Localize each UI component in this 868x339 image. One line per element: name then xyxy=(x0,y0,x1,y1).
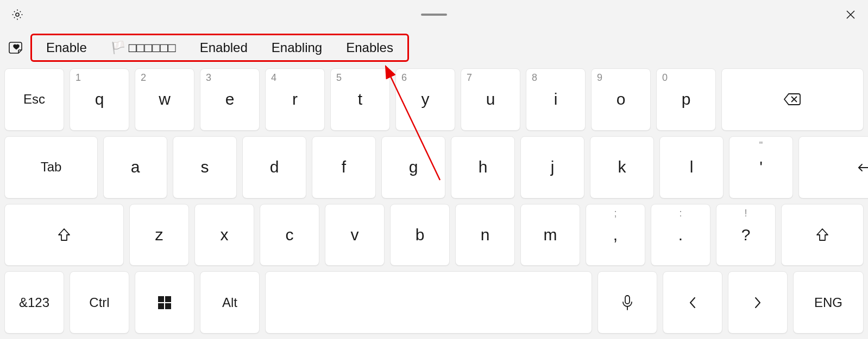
suggestions-highlight: Enable 🏳️ □□□□□□ Enabled Enabling Enable… xyxy=(30,34,409,62)
key-hint: 3 xyxy=(206,72,211,84)
key-hint: 4 xyxy=(271,72,276,84)
key-l[interactable]: l xyxy=(659,136,724,199)
key-label: k xyxy=(618,158,626,176)
key-left[interactable] xyxy=(663,271,722,334)
key-enter[interactable] xyxy=(798,136,868,199)
key-label: z xyxy=(155,226,163,244)
key-b[interactable]: b xyxy=(390,204,450,266)
key-backspace[interactable] xyxy=(721,68,864,131)
key-microphone[interactable] xyxy=(597,271,657,334)
key-p[interactable]: 0 p xyxy=(656,68,716,131)
key-numsym[interactable]: &123 xyxy=(4,271,64,334)
key-esc[interactable]: Esc xyxy=(4,68,64,131)
key-label: s xyxy=(201,158,209,176)
key-u[interactable]: 7 u xyxy=(461,68,520,131)
key-i[interactable]: 8 i xyxy=(526,68,586,131)
key-label: c xyxy=(286,226,294,244)
key-label: l xyxy=(690,158,694,176)
chevron-right-icon xyxy=(753,296,763,310)
key-e[interactable]: 3 e xyxy=(200,68,260,131)
key-v[interactable]: v xyxy=(325,204,385,266)
keyboard-row-2: Tab a s d f g h j k l " ' xyxy=(4,136,864,199)
titlebar xyxy=(0,0,868,29)
key-right[interactable] xyxy=(728,271,788,334)
svg-point-0 xyxy=(16,13,19,16)
key-label: Ctrl xyxy=(89,295,109,310)
suggestion-label: □□□□□□ xyxy=(129,40,176,55)
key-label: e xyxy=(225,90,235,108)
key-ctrl[interactable]: Ctrl xyxy=(70,271,129,334)
key-label: p xyxy=(682,90,691,108)
key-shift-left[interactable] xyxy=(4,204,124,266)
key-label: u xyxy=(486,90,495,108)
key-label: b xyxy=(416,226,425,244)
drag-handle[interactable] xyxy=(421,14,447,16)
key-period[interactable]: : . xyxy=(651,204,710,266)
key-h[interactable]: h xyxy=(451,136,515,199)
suggestion-label: Enables xyxy=(346,40,393,55)
keyboard-row-3: z x c v b n m ; , : . ! ? xyxy=(4,204,864,266)
key-comma[interactable]: ; , xyxy=(586,204,645,266)
key-hint: " xyxy=(759,140,763,151)
gear-icon xyxy=(11,8,24,21)
key-hint: 1 xyxy=(76,72,81,84)
shift-icon xyxy=(815,227,829,242)
key-tab[interactable]: Tab xyxy=(4,136,98,199)
key-hint: ; xyxy=(614,208,617,219)
key-q[interactable]: 1 q xyxy=(70,68,129,131)
emoji-sticker-button[interactable] xyxy=(5,37,27,59)
key-t[interactable]: 5 t xyxy=(330,68,390,131)
suggestion-item[interactable]: Enabling xyxy=(260,35,334,60)
key-windows[interactable] xyxy=(135,271,194,334)
key-apostrophe[interactable]: " ' xyxy=(729,136,793,199)
key-f[interactable]: f xyxy=(312,136,376,199)
key-label: r xyxy=(292,90,298,108)
keyboard-row-1: Esc 1 q 2 w 3 e 4 r 5 t 6 xyxy=(4,68,864,131)
key-label: a xyxy=(131,158,140,176)
shift-icon xyxy=(57,227,71,242)
key-space[interactable] xyxy=(265,271,592,334)
key-k[interactable]: k xyxy=(590,136,654,199)
key-label: m xyxy=(544,226,557,244)
key-hint: 2 xyxy=(141,72,146,84)
key-r[interactable]: 4 r xyxy=(265,68,325,131)
suggestion-label: Enabling xyxy=(272,40,322,55)
key-question[interactable]: ! ? xyxy=(716,204,776,266)
key-z[interactable]: z xyxy=(129,204,189,266)
suggestion-item[interactable]: Enables xyxy=(334,35,405,60)
settings-button[interactable] xyxy=(7,4,28,25)
enter-icon xyxy=(854,161,868,174)
key-label: n xyxy=(481,226,490,244)
key-o[interactable]: 9 o xyxy=(591,68,651,131)
key-label: v xyxy=(351,226,359,244)
key-s[interactable]: s xyxy=(173,136,237,199)
key-j[interactable]: j xyxy=(520,136,584,199)
key-label: &123 xyxy=(19,295,49,310)
key-language[interactable]: ENG xyxy=(793,271,864,334)
key-m[interactable]: m xyxy=(520,204,580,266)
close-button[interactable] xyxy=(840,4,861,25)
key-a[interactable]: a xyxy=(103,136,167,199)
suggestion-item[interactable]: 🏳️ □□□□□□ xyxy=(99,35,188,60)
key-label: x xyxy=(221,226,229,244)
key-c[interactable]: c xyxy=(260,204,319,266)
svg-rect-7 xyxy=(158,303,164,309)
key-g[interactable]: g xyxy=(381,136,445,199)
suggestion-item[interactable]: Enable xyxy=(34,35,99,60)
key-x[interactable]: x xyxy=(194,204,254,266)
key-label: f xyxy=(342,158,346,176)
key-n[interactable]: n xyxy=(455,204,515,266)
keyboard: Esc 1 q 2 w 3 e 4 r 5 t 6 xyxy=(0,66,868,339)
key-shift-right[interactable] xyxy=(781,204,864,266)
key-label: g xyxy=(409,158,418,176)
key-alt[interactable]: Alt xyxy=(200,271,260,334)
key-label: d xyxy=(270,158,279,176)
key-label: q xyxy=(95,90,104,108)
key-label: Tab xyxy=(41,159,62,175)
key-y[interactable]: 6 y xyxy=(395,68,455,131)
key-d[interactable]: d xyxy=(242,136,306,199)
suggestion-item[interactable]: Enabled xyxy=(188,35,260,60)
svg-rect-8 xyxy=(165,303,171,309)
suggestion-bar: Enable 🏳️ □□□□□□ Enabled Enabling Enable… xyxy=(0,29,868,66)
key-w[interactable]: 2 w xyxy=(135,68,194,131)
